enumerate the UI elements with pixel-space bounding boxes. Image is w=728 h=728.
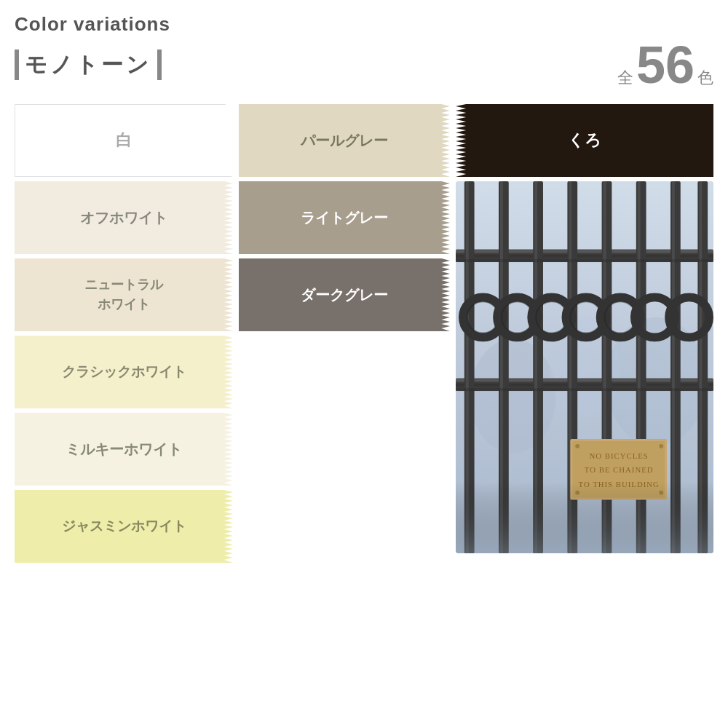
row-1: パールグレー くろ	[239, 104, 713, 177]
page-container: Color variations モノトーン 全 56 色 白 オ	[0, 0, 728, 728]
middle-right-columns: パールグレー くろ ライトグレー	[239, 104, 713, 553]
mid-sub-column: ライトグレー ダークグレー	[239, 181, 450, 553]
svg-text:TO BE CHAINED: TO BE CHAINED	[585, 465, 654, 474]
swatch-label-black: くろ	[568, 130, 601, 152]
swatch-label-neutral-white: ニュートラルホワイト	[84, 275, 163, 314]
swatch-label-classic-white: クラシックホワイト	[62, 363, 186, 382]
color-swatch-pearl-gray[interactable]: パールグレー	[239, 104, 450, 177]
swatch-label-light-gray: ライトグレー	[301, 207, 388, 228]
total-number: 56	[636, 39, 695, 91]
total-prefix: 全	[617, 67, 633, 89]
swatch-label-jasmine-white: ジャスミンホワイト	[62, 517, 186, 537]
bar-left-icon	[15, 50, 19, 80]
swatch-label-pearl-gray: パールグレー	[301, 130, 388, 151]
svg-point-43	[575, 444, 579, 448]
svg-point-44	[659, 444, 663, 448]
color-swatch-white[interactable]: 白	[15, 104, 233, 177]
svg-text:NO BICYCLES: NO BICYCLES	[590, 451, 649, 460]
left-column: 白 オフホワイト ニュートラルホワイト クラシックホワイト	[15, 104, 233, 563]
row-2-plus: ライトグレー ダークグレー	[239, 181, 713, 553]
color-swatch-jasmine-white[interactable]: ジャスミンホワイト	[15, 490, 233, 563]
color-swatch-light-gray[interactable]: ライトグレー	[239, 181, 450, 254]
section-label: モノトーン	[25, 50, 151, 80]
page-title: Color variations	[15, 13, 713, 36]
color-swatch-classic-white[interactable]: クラシックホワイト	[15, 336, 233, 408]
fence-photo: NO BICYCLES TO BE CHAINED TO THIS BUILDI…	[456, 181, 713, 553]
total-suffix: 色	[697, 67, 713, 89]
bar-right-icon	[157, 50, 162, 80]
color-swatch-offwhite[interactable]: オフホワイト	[15, 181, 233, 254]
color-swatch-neutral-white[interactable]: ニュートラルホワイト	[15, 258, 233, 331]
monotone-label: モノトーン	[15, 50, 162, 80]
swatch-label-white: 白	[116, 130, 132, 152]
color-swatch-black[interactable]: くろ	[456, 104, 713, 177]
swatch-label-dark-gray: ダークグレー	[301, 285, 388, 305]
fence-illustration: NO BICYCLES TO BE CHAINED TO THIS BUILDI…	[456, 181, 713, 553]
section-header: モノトーン 全 56 色	[15, 39, 713, 91]
svg-rect-47	[456, 259, 713, 262]
swatch-label-offwhite: オフホワイト	[80, 207, 167, 228]
total-colors: 全 56 色	[617, 39, 713, 91]
svg-rect-48	[456, 388, 713, 391]
color-swatch-milky-white[interactable]: ミルキーホワイト	[15, 413, 233, 486]
swatch-label-milky-white: ミルキーホワイト	[66, 439, 182, 459]
color-swatch-dark-gray[interactable]: ダークグレー	[239, 258, 450, 331]
svg-rect-49	[456, 482, 713, 553]
